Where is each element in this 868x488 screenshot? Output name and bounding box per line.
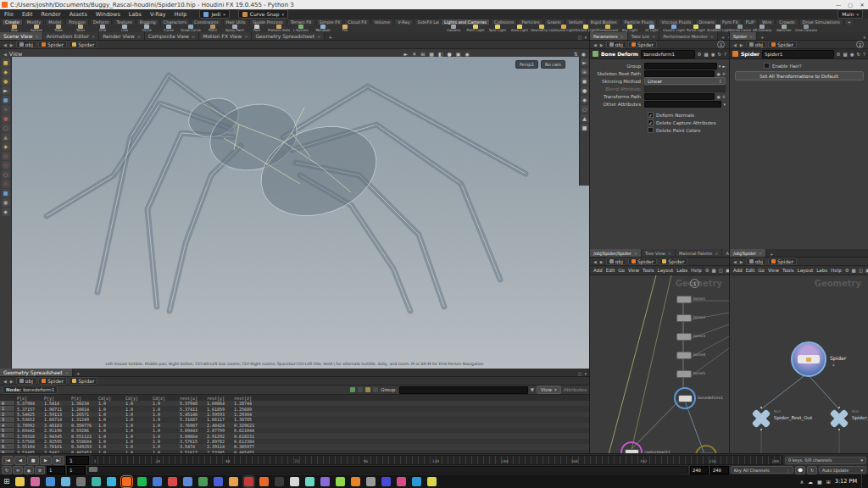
network-canvas-mid[interactable]: Geometry 1	[590, 275, 729, 461]
shelf-tab[interactable]: Hair Utils	[223, 19, 249, 25]
search-params-icon[interactable]: ◉	[850, 52, 854, 57]
lasso-select-icon[interactable]: ✕	[412, 51, 416, 57]
op-chooser-icon[interactable]: ◉	[716, 94, 720, 99]
nav-forward-icon[interactable]: ▶	[599, 259, 604, 264]
grid-snap-icon[interactable]: ◫	[859, 268, 863, 273]
shelf-tab[interactable]: Wire	[759, 19, 775, 25]
network-menu-item[interactable]: Add	[733, 268, 743, 273]
shelf-tab[interactable]: Viscous Fluids	[658, 19, 694, 25]
close-tab-icon[interactable]: ×	[620, 34, 624, 39]
help-icon[interactable]: ?	[724, 52, 726, 57]
network-menu-item[interactable]: Go	[758, 268, 765, 273]
maximize-button[interactable]: ▢	[844, 2, 856, 8]
pane-tab[interactable]: Geometry Spreadsheet ×	[0, 369, 73, 376]
presets-icon[interactable]: ▦	[843, 52, 847, 57]
shelf-tab[interactable]: Rigging	[136, 19, 159, 25]
display-options-icon[interactable]: ◉	[465, 51, 469, 57]
spider-model[interactable]	[12, 57, 580, 369]
shelf-tool[interactable]: VR Camera	[751, 25, 773, 32]
settings-icon[interactable]	[76, 477, 86, 486]
path-chip-spider-sub[interactable]: Spider	[659, 258, 687, 265]
network-menu-item[interactable]: Edit	[746, 268, 755, 273]
translate-tool-icon[interactable]: +	[2, 105, 10, 114]
points-toggle-icon[interactable]	[350, 387, 355, 392]
null-node[interactable]: Null Spider_Rest_Out	[752, 409, 771, 428]
shelf-tool[interactable]: Metaball	[312, 25, 334, 32]
zbrush-icon[interactable]	[290, 477, 299, 486]
checkbox-row[interactable]: Deform Normals	[590, 111, 729, 119]
network-menu-item[interactable]: View	[768, 268, 779, 273]
checkbox-row[interactable]: Delete Capture Attributes	[590, 119, 729, 126]
obs-icon[interactable]	[381, 477, 391, 486]
pane-tab[interactable]: Composite View ×	[145, 32, 199, 40]
path-chip-obj[interactable]: obj	[606, 258, 626, 265]
prims-toggle-icon[interactable]	[365, 387, 370, 392]
pane-tab[interactable]: Spider ×	[730, 32, 757, 40]
shelf-tool[interactable]: Curve	[158, 25, 180, 32]
path-chip-spider[interactable]: Spider	[38, 41, 67, 48]
close-button[interactable]: ✕	[856, 2, 868, 8]
menu-item[interactable]: Assets	[65, 11, 92, 18]
group-input[interactable]	[399, 386, 528, 394]
enable-hair-checkbox[interactable]	[764, 63, 770, 69]
reset-icon[interactable]: ↻	[717, 52, 721, 57]
shelf-tool[interactable]: Cine Camera	[795, 25, 817, 32]
shelf-tool[interactable]: GI Light	[641, 25, 663, 32]
shelf-tab[interactable]: Collisions	[491, 19, 518, 25]
network-node[interactable]: bone1	[676, 296, 692, 303]
close-tab-icon[interactable]: ×	[35, 34, 38, 39]
messenger-icon[interactable]	[183, 477, 192, 486]
path-chip-obj[interactable]: obj	[16, 41, 36, 48]
jump-start-button[interactable]: |◀	[2, 456, 14, 465]
camera-pill[interactable]: No cam	[541, 60, 565, 69]
shelf-tab[interactable]: Lights and Cameras	[441, 19, 490, 25]
network-menu-item[interactable]: Help	[691, 268, 702, 273]
pane-tab[interactable]: Material Palette ×	[676, 249, 722, 257]
checkbox-row[interactable]: Delete Point Colors	[590, 126, 729, 134]
shelf-tab[interactable]: Particle Fluids	[621, 19, 658, 25]
nav-back-icon[interactable]: ◀	[732, 42, 737, 47]
group-parm-field[interactable]	[644, 63, 717, 69]
close-tab-icon[interactable]: ×	[244, 34, 248, 39]
pane-menu-icon[interactable]: ▾	[863, 35, 865, 40]
shading-mode-icon[interactable]: ▦	[429, 51, 434, 57]
nav-forward-icon[interactable]: ▶	[739, 259, 744, 264]
grid-icon[interactable]: ▲	[581, 114, 588, 122]
column-header[interactable]: P[x]	[15, 396, 42, 401]
shelf-tool[interactable]: Spot Light	[487, 25, 509, 32]
tray-expand-icon[interactable]: ∧	[800, 479, 804, 485]
maya-icon[interactable]	[305, 477, 314, 486]
network-node[interactable]: bone4	[676, 352, 692, 359]
nav-back-icon[interactable]: ◀	[593, 42, 598, 47]
pane-split-icon[interactable]: ◫	[578, 371, 582, 376]
realtime-toggle-icon[interactable]: ↻	[2, 466, 12, 474]
network-menu-item[interactable]: Tools	[643, 268, 654, 273]
pane-tab[interactable]: Animation Editor ×	[43, 32, 99, 40]
orient-picking-icon[interactable]: ∩	[2, 180, 10, 188]
shelf-tab[interactable]: Volume	[371, 19, 394, 25]
shelf-tool[interactable]: Geometry Light	[531, 25, 553, 32]
shelf-tab[interactable]: Cloud FX	[344, 19, 370, 25]
slider-handle[interactable]	[89, 467, 97, 472]
keyboard-tray-icon[interactable]: ⊞	[826, 479, 831, 485]
network-menu-item[interactable]: Tools	[782, 268, 794, 273]
help-icon[interactable]: ?	[863, 52, 865, 57]
edge-icon[interactable]	[107, 477, 116, 486]
shelf-tab[interactable]: Vellum	[565, 19, 587, 25]
menu-item[interactable]: Render	[36, 11, 64, 18]
range-end-field[interactable]: 240	[710, 466, 729, 474]
nav-forward-icon[interactable]: ▶	[9, 379, 14, 384]
network-node[interactable]: bone3	[676, 333, 692, 341]
pane-tab[interactable]: /obj/Spider/Spider ×	[590, 249, 642, 257]
shelf-tool[interactable]: Platonic Solids	[268, 25, 290, 32]
wire-shade-icon[interactable]: ◧	[438, 51, 443, 57]
spider-hda-node[interactable]: Spider ⚘	[791, 341, 826, 377]
close-tab-icon[interactable]: ×	[137, 34, 141, 39]
shelf-tool[interactable]: Sky Light	[619, 25, 641, 32]
column-header[interactable]: P[z]	[70, 396, 97, 401]
houdini-icon[interactable]	[122, 477, 131, 486]
objects-mode-icon[interactable]: ■	[2, 58, 10, 67]
shelf-tool[interactable]: Environment Light	[597, 25, 619, 32]
detail-toggle-icon[interactable]	[373, 387, 378, 392]
shelf-tool[interactable]: Stereo Camera	[729, 25, 751, 32]
